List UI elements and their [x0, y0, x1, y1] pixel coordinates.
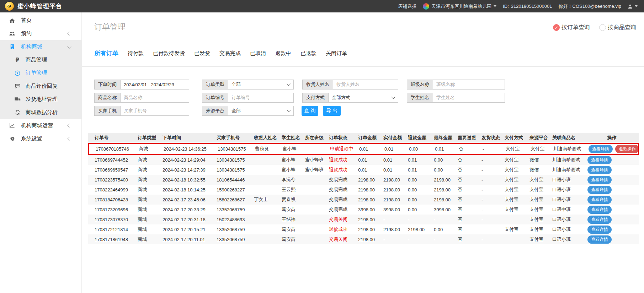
table-row-highlighted: 1708670185746商城2024-02-23 14:36:25130343… — [88, 143, 639, 155]
sidebar-group-mall: 机构商城 ₽ 商品管理 订单管理 商品评价回复 — [0, 40, 81, 119]
cell-order-no: 1708222464999 — [88, 187, 138, 192]
radio-unchecked-icon — [599, 24, 606, 31]
tab-4[interactable]: 交易完成 — [219, 50, 241, 57]
user-icon — [628, 4, 633, 9]
view-detail-button[interactable]: 查看详情 — [587, 235, 612, 244]
filter-input[interactable]: 订单编号 — [228, 93, 294, 103]
cell-order-type: 商城 — [138, 206, 163, 213]
sidebar-item-booking[interactable]: 预约 — [0, 27, 81, 40]
page-title: 订单管理 — [94, 22, 126, 32]
filter-select[interactable]: 全部 — [228, 106, 294, 116]
store-select-link[interactable]: 店铺选择 — [398, 3, 416, 10]
tab-7[interactable]: 已退款 — [300, 50, 316, 57]
refund-action-button[interactable]: 退款操作 — [615, 145, 638, 153]
filter-input[interactable]: 班级名称 — [433, 80, 505, 89]
view-detail-button[interactable]: 查看详情 — [587, 216, 612, 224]
sidebar-item-product-manage[interactable]: ₽ 商品管理 — [0, 53, 81, 66]
sidebar-item-home[interactable]: 首页 — [0, 14, 81, 27]
cell-pay-method: 支付宝 — [505, 226, 529, 233]
cell-need-delivery: 否 — [458, 177, 481, 183]
view-detail-button[interactable]: 查看详情 — [587, 156, 612, 164]
cell-actions: 查看详情 — [587, 235, 637, 244]
view-detail-button[interactable]: 查看详情 — [587, 166, 612, 174]
filter-date-range[interactable]: 2024/02/01 - 2024/02/23 — [120, 80, 189, 89]
tab-6[interactable]: 退款中 — [275, 50, 291, 57]
orders-table: 订单号订单类型下单时间买家手机号收货人姓名学生姓名所在班级订单状态订单金额实付金… — [88, 133, 639, 244]
cell-final-amount: 0.01 — [435, 146, 459, 152]
cell-pay-method: 支付宝 — [505, 206, 529, 213]
store-selector[interactable]: 天津市河东区川迪南希幼儿园 — [423, 3, 496, 10]
column-header: 实付金额 — [383, 135, 408, 141]
query-mode-by-product[interactable]: 按商品查询 — [599, 24, 636, 31]
sidebar-item-order-manage[interactable]: 订单管理 — [0, 66, 81, 80]
filter-label: 支付方式 — [302, 93, 328, 103]
sidebar-item-mall[interactable]: 机构商城 — [0, 40, 81, 53]
cell-product-name: 川迪南希测试 — [552, 157, 587, 163]
cell-product-name: 口语小班 — [552, 236, 587, 243]
sidebar-item-shipping-address[interactable]: 发货地址管理 — [0, 93, 81, 106]
search-button[interactable]: 查 询 — [302, 106, 318, 116]
view-detail-button[interactable]: 查看详情 — [587, 176, 612, 184]
sidebar-item-system-settings[interactable]: 系统设置 — [0, 132, 81, 145]
ruble-icon: ₽ — [14, 57, 21, 63]
cell-order-no: 1708173209696 — [88, 207, 138, 212]
cell-delivery-status: - — [481, 227, 505, 232]
cell-delivery-status: - — [481, 177, 505, 183]
user-greeting: 你好！COS100@beehome.vip — [559, 3, 622, 10]
tab-1[interactable]: 待付款 — [128, 50, 144, 57]
cell-source-platform: 支付宝 — [529, 206, 552, 213]
view-detail-button[interactable]: 查看详情 — [587, 186, 612, 194]
user-menu[interactable] — [628, 4, 638, 9]
cell-order-no: 1708184706428 — [88, 197, 138, 202]
cell-order-time: 2024-02-23 14:36:25 — [164, 146, 218, 152]
sidebar-item-review-reply[interactable]: 商品评价回复 — [0, 80, 81, 93]
filter-select[interactable]: 全部方式 — [328, 93, 398, 103]
column-header: 发货状态 — [481, 135, 505, 141]
store-avatar — [423, 3, 429, 10]
sidebar-item-mall-operation[interactable]: 机构商城运营 — [0, 119, 81, 132]
filter-input[interactable]: 买家手机号 — [120, 106, 189, 116]
cell-student-name: 李沅兮 — [282, 177, 305, 183]
tab-3[interactable]: 已发货 — [194, 50, 210, 57]
tab-2[interactable]: 已付款待发货 — [153, 50, 185, 57]
filter-input[interactable]: 收货人姓名 — [333, 80, 398, 89]
users-icon — [9, 31, 15, 36]
cell-final-amount: 2198.00 — [434, 177, 458, 183]
tab-0[interactable]: 所有订单 — [94, 49, 118, 58]
filter-input[interactable]: 学生姓名 — [433, 93, 505, 103]
cell-source-platform: 支付宝 — [529, 177, 552, 183]
filter-label: 商品名称 — [94, 93, 120, 103]
view-detail-button[interactable]: 查看详情 — [589, 145, 613, 153]
view-detail-button[interactable]: 查看详情 — [587, 206, 612, 214]
cell-student-name: 贾春祺 — [282, 196, 305, 203]
filter-label: 收货人姓名 — [302, 80, 333, 89]
column-header: 支付方式 — [505, 135, 529, 141]
cell-order-time: 2024-02-17 20:33:29 — [163, 207, 217, 212]
cell-order-amount: 3998.00 — [358, 207, 383, 212]
order-tabs: 所有订单待付款已付款待发货已发货交易完成已取消退款中已退款关闭订单 — [82, 40, 644, 67]
view-detail-button[interactable]: 查看详情 — [587, 196, 612, 204]
filter-select[interactable]: 全部 — [228, 80, 294, 89]
cell-order-status: 交易完成 — [329, 196, 358, 203]
tab-8[interactable]: 关闭订单 — [326, 50, 347, 57]
cell-order-type: 商城 — [138, 167, 163, 173]
sidebar-item-mall-analytics[interactable]: 商城数据分析 — [0, 106, 81, 119]
cell-source-platform: 支付宝 — [529, 236, 552, 243]
cell-product-name: 口语小班 — [552, 177, 587, 183]
export-button[interactable]: 导 出 — [323, 106, 341, 116]
cell-delivery-status: - — [481, 157, 505, 163]
store-id-label: ID: — [503, 4, 509, 9]
tab-5[interactable]: 已取消 — [250, 50, 266, 57]
cell-final-amount: - — [434, 237, 458, 242]
view-detail-button[interactable]: 查看详情 — [587, 226, 612, 234]
cell-actions: 查看详情 — [587, 186, 637, 194]
filter-input[interactable]: 商品名称 — [120, 93, 189, 103]
cell-paid-amount: 0.01 — [383, 157, 408, 163]
order-icon — [14, 70, 21, 76]
page-head: 订单管理 ✓ 按订单查询 按商品查询 — [82, 12, 644, 40]
truck-icon — [14, 97, 21, 102]
cell-refund-amount: - — [408, 237, 434, 242]
cell-buyer-phone: 13034381575 — [218, 146, 255, 152]
cell-class-name: 蜜小蜂班 — [305, 157, 329, 163]
query-mode-by-order[interactable]: ✓ 按订单查询 — [553, 24, 590, 31]
